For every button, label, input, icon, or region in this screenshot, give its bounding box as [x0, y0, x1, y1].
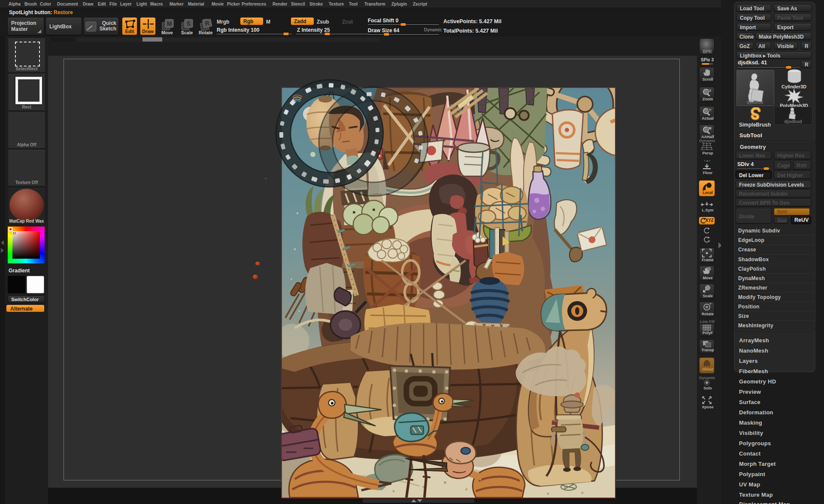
svg-text:+: +: [709, 89, 710, 92]
svg-text:S: S: [187, 20, 191, 27]
svg-text:M: M: [167, 20, 172, 27]
svg-text:z: z: [708, 239, 710, 243]
svg-text:x1: x1: [708, 108, 712, 111]
